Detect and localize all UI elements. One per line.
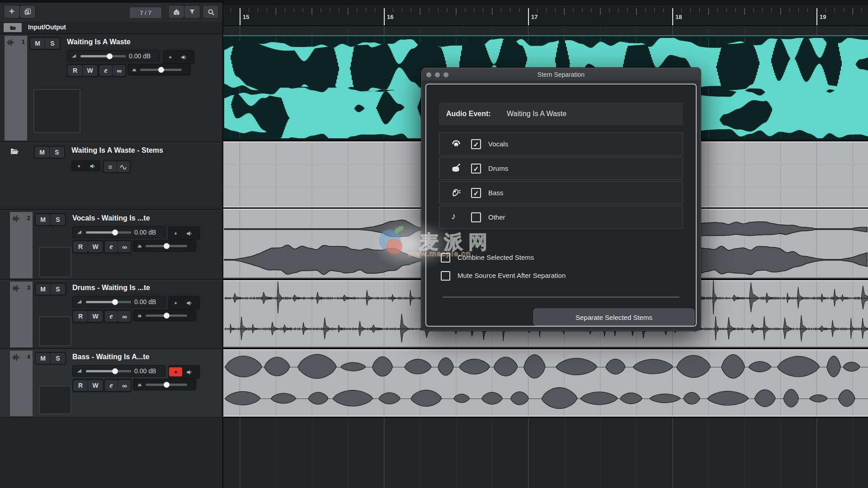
track-header-vocals[interactable]: 2 M S Vocals - Waiting Is ...te 0.00 dB … [0, 211, 222, 280]
volume-slider[interactable] [86, 301, 131, 303]
separate-selected-stems-button[interactable]: Separate Selected Stems [533, 309, 694, 326]
other-checkbox[interactable]: ✓ [471, 212, 481, 222]
drums-checkbox[interactable]: ✓ [471, 164, 481, 174]
volume-knob[interactable] [112, 299, 118, 305]
track-header-1[interactable]: 1 M S Waiting Is A Waste 0.00 dB ● R [0, 34, 222, 142]
mute-solo-group: M S [34, 146, 65, 159]
monitor-button[interactable] [183, 367, 196, 376]
home-icon [173, 8, 180, 16]
pan-knob[interactable] [164, 243, 170, 249]
mute-button[interactable]: M [36, 284, 50, 295]
record-enable-button-armed[interactable]: ● [169, 367, 182, 376]
write-automation-button[interactable]: W [88, 311, 103, 322]
mute-button[interactable]: M [35, 147, 49, 158]
mute-button[interactable]: M [36, 353, 50, 364]
edit-channel-button[interactable]: e [99, 65, 112, 76]
pan-row [127, 64, 191, 75]
volume-slider[interactable] [86, 231, 131, 234]
solo-button[interactable]: S [50, 147, 64, 158]
monitor-button[interactable] [183, 229, 196, 238]
bass-checkbox[interactable]: ✓ [471, 188, 481, 198]
write-automation-button[interactable]: W [88, 241, 103, 252]
folder-open-icon[interactable] [10, 147, 19, 156]
track-color-strip[interactable]: 4 [10, 351, 33, 416]
phase-coherent-button[interactable] [117, 161, 130, 172]
find-tracks-button[interactable] [203, 5, 218, 18]
volume-knob[interactable] [112, 230, 118, 235]
track-color-strip[interactable]: 2 [10, 212, 33, 278]
vocals-checkbox[interactable]: ✓ [471, 139, 481, 149]
edit-channel-button[interactable]: e [105, 311, 118, 322]
pan-icon [137, 243, 143, 249]
stem-row-other: ♪ ✓ Other [439, 206, 683, 229]
read-automation-button[interactable]: R [73, 380, 88, 391]
mute-button[interactable]: M [36, 214, 50, 225]
track-name-bass[interactable]: Bass - Waiting Is A...te [72, 353, 149, 361]
edit-stereo-group: e ∞ [104, 310, 132, 323]
record-enable-button[interactable]: ● [72, 161, 85, 170]
track-name-drums[interactable]: Drums - Waiting Is ...te [72, 284, 150, 292]
track-name-vocals[interactable]: Vocals - Waiting Is ...te [72, 214, 150, 222]
volume-knob[interactable] [112, 368, 118, 374]
stereo-icon: ∞ [118, 311, 131, 322]
solo-button[interactable]: S [45, 38, 60, 49]
track-color-strip[interactable]: 1 [5, 36, 27, 141]
pan-slider[interactable] [146, 314, 187, 317]
add-track-button[interactable]: + [4, 5, 19, 18]
volume-slider[interactable] [86, 370, 131, 372]
pan-knob[interactable] [158, 67, 164, 73]
record-icon: ● [169, 54, 172, 60]
mute-source-checkbox[interactable]: ✓ [441, 271, 450, 281]
dialog-titlebar[interactable]: Stem Separation [422, 68, 700, 81]
track-header-stems-folder[interactable]: M S Waiting Is A Waste - Stems ● = [0, 143, 222, 210]
track-header-bass[interactable]: 4 M S Bass - Waiting Is A...te 0.00 dB ● [0, 349, 222, 418]
filter-track-types-button[interactable] [184, 5, 200, 18]
combine-stems-checkbox[interactable]: ✓ [441, 253, 450, 263]
track-inserts-box [39, 385, 71, 414]
record-enable-button[interactable]: ● [164, 52, 177, 61]
pan-slider[interactable] [146, 384, 187, 386]
write-automation-button[interactable]: W [88, 380, 103, 391]
track-color-strip[interactable]: 3 [10, 282, 33, 347]
audio-event-value: Waiting Is A Waste [507, 103, 566, 125]
read-automation-button[interactable]: R [68, 65, 82, 76]
read-automation-button[interactable]: R [73, 241, 88, 252]
pan-knob[interactable] [164, 382, 170, 388]
pan-slider[interactable] [140, 69, 182, 71]
search-icon [207, 8, 215, 16]
monitor-button[interactable] [183, 298, 196, 307]
pan-knob[interactable] [164, 313, 170, 319]
drums-icon [451, 163, 461, 173]
solo-button[interactable]: S [51, 284, 65, 295]
record-enable-button[interactable]: ● [169, 298, 182, 307]
edit-channel-button[interactable]: e [105, 380, 118, 391]
track-visibility-agent-button[interactable] [169, 5, 184, 18]
monitor-button[interactable] [86, 161, 99, 170]
track-visibility-counter[interactable]: 7 / 7 [129, 7, 162, 19]
track-name-folder[interactable]: Waiting Is A Waste - Stems [71, 146, 163, 155]
automation-group: R W [72, 379, 104, 392]
volume-knob[interactable] [107, 53, 113, 59]
pan-slider[interactable] [146, 245, 187, 247]
stems-list: ✓ Vocals ✓ Drums ✓ Bass ♪ ✓ Other [439, 132, 683, 230]
speaker-icon [180, 54, 187, 61]
volume-row: 0.00 dB [72, 296, 165, 308]
solo-button[interactable]: S [51, 353, 65, 364]
track-name-1[interactable]: Waiting Is A Waste [67, 38, 131, 46]
mute-solo-group: M S [35, 213, 66, 226]
mute-button[interactable]: M [30, 38, 45, 49]
stem-row-bass: ✓ Bass [439, 181, 683, 204]
record-enable-button[interactable]: ● [169, 229, 182, 238]
group-editing-button[interactable]: = [104, 161, 117, 172]
duplicate-track-button[interactable] [20, 5, 35, 18]
track-header-drums[interactable]: 3 M S Drums - Waiting Is ...te 0.00 dB ● [0, 280, 222, 349]
monitor-button[interactable] [177, 52, 190, 61]
read-automation-button[interactable]: R [73, 311, 88, 322]
io-channels-row[interactable]: Input/Output [0, 22, 222, 34]
volume-slider[interactable] [80, 55, 126, 57]
stereo-icon: ∞ [118, 241, 131, 252]
stereo-icon: ∞ [113, 65, 125, 76]
edit-channel-button[interactable]: e [105, 241, 118, 252]
solo-button[interactable]: S [51, 214, 65, 225]
write-automation-button[interactable]: W [83, 65, 97, 76]
